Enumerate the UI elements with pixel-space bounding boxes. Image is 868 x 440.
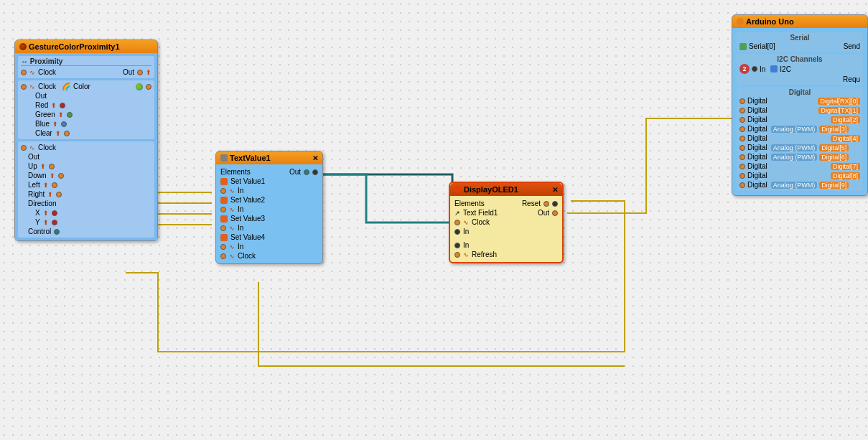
arduino-icon <box>737 18 744 25</box>
proximity-clock-pin[interactable] <box>21 70 27 75</box>
setvalue1-in-row: ∿ In <box>220 186 318 195</box>
proximity-label: ↔ Proximity <box>21 57 151 66</box>
gesture-node-body: ↔ Proximity ∿ Clock Out ⬆ ∿ Clock 🌈 Colo… <box>15 53 157 240</box>
arduino-node-body: Serial Serial[0] Send I2C Channels 2 In … <box>732 28 867 195</box>
display-node-title: DisplayOLED1 <box>464 185 518 194</box>
arduino-i2c-section: I2C Channels 2 In I2C Requ <box>737 54 863 85</box>
setvalue2-in-row: ∿ In <box>220 205 318 214</box>
gesture-icon <box>19 43 27 50</box>
display-out-pin[interactable] <box>552 210 558 216</box>
arduino-digital-rx0-row: Digital Digital[RX][0] <box>739 96 860 106</box>
direction-row: Direction <box>28 199 151 208</box>
gesture-node-header: GestureColorProximity1 <box>15 40 157 53</box>
display-in-row: In <box>454 227 558 236</box>
control-row: Control <box>28 227 151 236</box>
arduino-request-row: Requ <box>739 75 860 84</box>
clear-row: Clear ⬆ <box>35 128 151 138</box>
arduino-i2c-row: 2 In I2C <box>739 63 860 75</box>
blue-row: Blue ⬆ <box>35 119 151 128</box>
down-row: Down ⬆ <box>28 171 151 180</box>
arduino-digital-6-row: Digital Analog (PWM) Digital[6] <box>739 152 860 162</box>
display-node-body: Elements Reset ↗ Text Field1 Out ∿ Clock… <box>450 196 562 262</box>
i2c-badge: 2 <box>739 64 750 74</box>
display-in2-row: In <box>454 240 558 250</box>
color-channels: Out Red ⬆ Green ⬆ Blue ⬆ <box>21 91 151 138</box>
arduino-digital-section: Digital Digital Digital[RX][0] Digital D… <box>737 87 863 191</box>
display-refresh-row: ∿ Refresh <box>454 250 558 259</box>
arduino-serial0-row: Serial[0] Send <box>739 42 860 51</box>
arduino-node-header: Arduino Uno <box>732 15 867 28</box>
textvalue-clock-row: ∿ Clock <box>220 251 318 261</box>
textvalue-icon <box>220 154 228 162</box>
arduino-serial-section: Serial Serial[0] Send <box>737 32 863 52</box>
color-clock-pin[interactable] <box>21 84 27 90</box>
textvalue-out-pin[interactable] <box>304 169 309 175</box>
display-oled-node: DisplayOLED1 ✕ Elements Reset ↗ Text Fie… <box>449 182 564 263</box>
arduino-digital-5-row: Digital Analog (PWM) Digital[5] <box>739 143 860 152</box>
arduino-node-title: Arduino Uno <box>746 17 794 26</box>
color-clock-row: ∿ Clock 🌈 Color <box>21 82 151 91</box>
arduino-digital-4-row: Digital Digital[4] <box>739 134 860 143</box>
setvalue1-row: Set Value1 <box>220 177 318 186</box>
display-icon <box>454 186 462 193</box>
y-row: Y ⬆ <box>28 217 151 227</box>
arduino-digital-8-row: Digital Digital[8] <box>739 171 860 180</box>
display-reset-pin[interactable] <box>543 201 549 207</box>
display-clock-row: ∿ Clock <box>454 217 558 227</box>
gesture-section: ∿ Clock Out Up ⬆ Down ⬆ Left ⬆ <box>18 141 154 238</box>
text-value-node: TextValue1 ✕ Elements Out Set Value1 ∿ I… <box>215 151 323 264</box>
proximity-out-pin[interactable] <box>137 70 143 75</box>
proximity-arrow: ↔ <box>21 57 30 65</box>
setvalue4-in-row: ∿ In <box>220 242 318 251</box>
arduino-digital-3-row: Digital Analog (PWM) Digital[3] <box>739 124 860 134</box>
color-out-label: Out <box>35 91 151 100</box>
arduino-digital-2-row: Digital Digital[2] <box>739 115 860 124</box>
color-section: ∿ Clock 🌈 Color Out Red ⬆ Green ⬆ <box>18 80 154 139</box>
textvalue-node-body: Elements Out Set Value1 ∿ In Set Value2 … <box>216 164 322 263</box>
proximity-clock-row: ∿ Clock Out ⬆ <box>21 67 151 77</box>
gesture-outputs: Out Up ⬆ Down ⬆ Left ⬆ Right <box>21 152 151 236</box>
display-node-header: DisplayOLED1 ✕ <box>450 183 562 196</box>
display-textfield-row: ↗ Text Field1 Out <box>454 208 558 217</box>
textvalue-node-title: TextValue1 <box>230 154 271 162</box>
left-row: Left ⬆ <box>28 180 151 189</box>
arduino-digital-7-row: Digital Digital[7] <box>739 162 860 171</box>
color-icon: 🌈 <box>62 83 70 90</box>
right-row: Right ⬆ <box>28 189 151 199</box>
gesture-clock-pin[interactable] <box>21 145 27 151</box>
color-out-pin[interactable] <box>146 84 151 90</box>
textvalue-elements-row: Elements Out <box>220 167 318 177</box>
setvalue3-in-row: ∿ In <box>220 223 318 233</box>
setvalue2-row: Set Value2 <box>220 195 318 205</box>
x-row: X ⬆ <box>28 208 151 217</box>
setvalue3-row: Set Value3 <box>220 214 318 223</box>
up-row: Up ⬆ <box>28 162 151 171</box>
arduino-uno-node: Arduino Uno Serial Serial[0] Send I2C Ch… <box>732 14 868 196</box>
gesture-clock-row: ∿ Clock <box>21 143 151 152</box>
gesture-node-title: GestureColorProximity1 <box>29 42 120 51</box>
green-row: Green ⬆ <box>35 110 151 119</box>
textvalue-node-header: TextValue1 ✕ <box>216 151 322 164</box>
display-elements-row: Elements Reset <box>454 199 558 208</box>
red-row: Red ⬆ <box>35 100 151 110</box>
arduino-digital-9-row: Digital Analog (PWM) Digital[9] <box>739 180 860 189</box>
gesture-color-proximity-node: GestureColorProximity1 ↔ Proximity ∿ Clo… <box>14 39 158 241</box>
display-lower: In ∿ Refresh <box>454 240 558 259</box>
setvalue4-row: Set Value4 <box>220 233 318 242</box>
proximity-section: ↔ Proximity ∿ Clock Out ⬆ <box>18 56 154 78</box>
arduino-digital-tx1-row: Digital Digital[TX][1] <box>739 106 860 115</box>
